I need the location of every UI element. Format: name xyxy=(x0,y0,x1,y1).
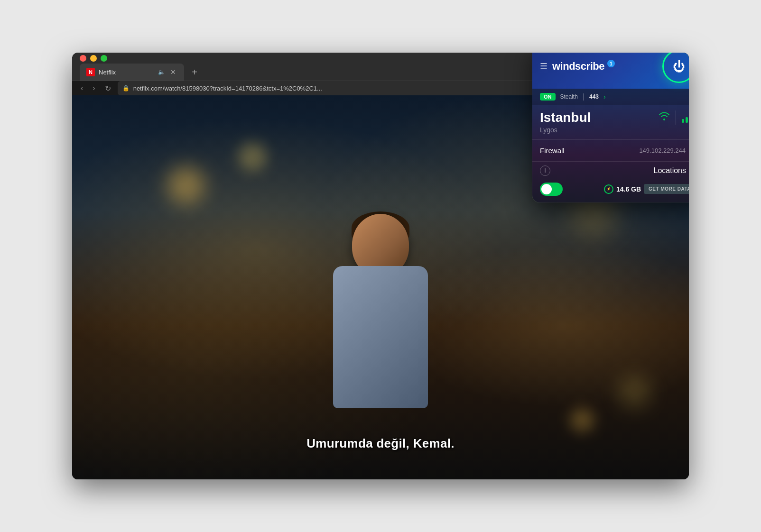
vpn-logo-area: ☰ windscribe 1 xyxy=(540,60,615,73)
vpn-widget: ☰ windscribe 1 ⏻ ON Stealth | 443 › Ista… xyxy=(532,53,689,202)
person-body xyxy=(333,266,428,408)
bokeh-light-2 xyxy=(238,143,267,171)
data-badge: ⚡ 14.6 GB xyxy=(604,184,641,194)
vpn-status-bar: ON Stealth | 443 › xyxy=(532,89,689,105)
browser-tab-netflix[interactable]: N Netflix 🔈 ✕ xyxy=(80,64,184,81)
status-stealth-label: Stealth xyxy=(560,93,578,100)
firewall-ip-area: 149.102.229.244 🔒 xyxy=(639,147,689,154)
location-server: Lygos xyxy=(540,126,591,134)
status-on-badge: ON xyxy=(540,93,556,101)
vpn-header: ☰ windscribe 1 ⏻ xyxy=(532,53,689,89)
bokeh-light-4 xyxy=(570,408,594,432)
browser-window: N Netflix 🔈 ✕ + ‹ › ↻ 🔒 netflix.com/watc… xyxy=(72,53,689,479)
status-arrow-icon: › xyxy=(603,93,606,101)
new-tab-button[interactable]: + xyxy=(188,65,201,79)
bokeh-light-1 xyxy=(167,166,205,204)
firewall-label: Firewall xyxy=(540,147,565,155)
tab-title: Netflix xyxy=(99,69,154,76)
get-more-data-button[interactable]: GET MORE DATA xyxy=(644,184,689,194)
locations-dropdown[interactable]: Locations ∨ xyxy=(654,166,689,175)
hamburger-menu-icon[interactable]: ☰ xyxy=(540,61,548,72)
signal-icons xyxy=(659,110,689,125)
vpn-bottom-row: ⚡ 14.6 GB GET MORE DATA xyxy=(532,180,689,202)
firewall-lock-icon: 🔒 xyxy=(688,147,689,154)
signal-bar-2 xyxy=(686,117,688,123)
subtitle-bar: Umurumda değil, Kemal. xyxy=(72,436,689,451)
notification-badge[interactable]: 1 xyxy=(607,60,615,67)
data-info: ⚡ 14.6 GB GET MORE DATA xyxy=(604,184,689,194)
location-city: Istanbul xyxy=(540,110,591,125)
vpn-info-row: i Locations ∨ xyxy=(532,164,689,180)
tab-audio-icon[interactable]: 🔈 xyxy=(158,69,165,75)
power-icon: ⏻ xyxy=(673,59,685,74)
vpn-firewall-row: Firewall 149.102.229.244 🔒 xyxy=(532,142,689,159)
tab-close-button[interactable]: ✕ xyxy=(169,68,177,76)
divider-1 xyxy=(532,139,689,140)
security-icon: 🔒 xyxy=(122,85,130,92)
vpn-location: Istanbul Lygos xyxy=(532,105,689,138)
firewall-ip-text: 149.102.229.244 xyxy=(639,147,686,154)
locations-label: Locations xyxy=(654,166,687,175)
location-info: Istanbul Lygos xyxy=(540,110,591,134)
vpn-logo: windscribe xyxy=(552,60,604,73)
info-icon[interactable]: i xyxy=(540,165,550,176)
subtitle-text: Umurumda değil, Kemal. xyxy=(306,436,454,450)
signal-divider xyxy=(676,110,676,125)
signal-bar-1 xyxy=(682,119,684,123)
bokeh-light-5 xyxy=(618,375,651,408)
wifi-icon xyxy=(659,112,670,123)
vpn-toggle[interactable] xyxy=(540,183,563,196)
forward-button[interactable]: › xyxy=(90,82,98,94)
divider-2 xyxy=(532,161,689,162)
vpn-power-button[interactable]: ⏻ xyxy=(662,53,689,83)
data-amount: 14.6 GB xyxy=(616,185,641,193)
refresh-button[interactable]: ↻ xyxy=(102,82,114,95)
window-minimize-button[interactable] xyxy=(90,55,97,62)
signal-bars xyxy=(682,112,689,123)
back-button[interactable]: ‹ xyxy=(78,82,86,94)
data-circle-icon: ⚡ xyxy=(604,184,613,194)
netflix-favicon: N xyxy=(86,68,95,76)
person-figure xyxy=(300,214,461,451)
window-maximize-button[interactable] xyxy=(101,55,107,62)
status-port-label: 443 xyxy=(589,93,599,100)
window-close-button[interactable] xyxy=(80,55,86,62)
traffic-lights xyxy=(80,55,107,62)
